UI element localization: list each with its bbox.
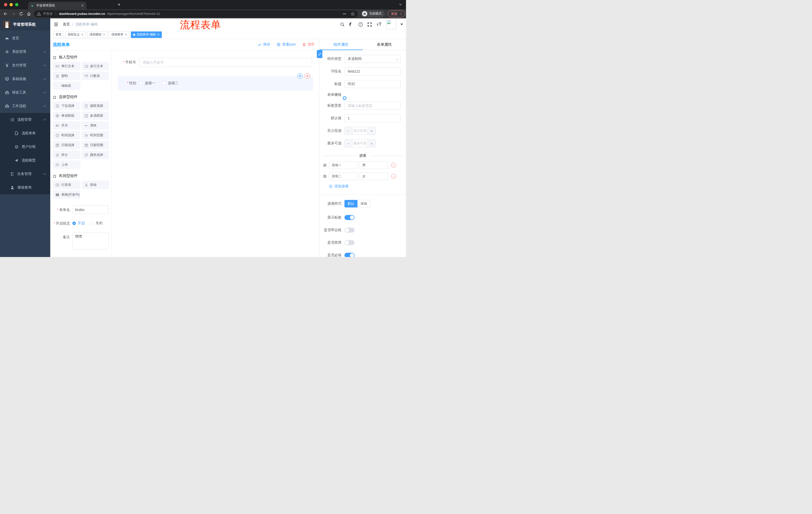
component-multi-line-text[interactable]: 多行文本 [82,62,109,71]
close-icon[interactable] [157,33,160,36]
security-label[interactable]: 不安全 [43,11,53,16]
component-date-range[interactable]: 日期范围 [82,141,109,150]
show-label-toggle[interactable] [344,215,354,220]
reload-icon[interactable] [19,11,23,16]
sidebar-item-system[interactable]: 系统管理 [0,45,50,59]
browser-tab[interactable]: 芋道管理系统 [28,2,86,9]
sidebar-item-workflow[interactable]: 工作流程 [0,99,50,113]
breadcrumb-home[interactable]: 首页 [63,22,70,27]
password-key-icon[interactable] [343,12,347,16]
avatar-caret-icon[interactable] [401,24,403,25]
component-switch[interactable]: 开关 [53,121,80,130]
decrease-button[interactable]: − [345,140,352,147]
sidebar-logo[interactable]: 芋道管理系统 [0,18,50,30]
component-date-picker[interactable]: 日期选择 [53,141,80,150]
min-select-value[interactable]: 至少应选 [352,127,368,135]
minimize-window-button[interactable] [9,3,13,6]
tab-form-props[interactable]: 表单属性 [363,39,406,50]
sidebar-item-payment[interactable]: 支付管理 [0,59,50,72]
new-tab-button[interactable] [117,2,121,6]
default-value-input[interactable] [344,114,401,122]
close-icon[interactable] [125,33,127,36]
tag-process-form-edit[interactable]: 流程表单-编辑 [131,31,162,38]
canvas-field-phone[interactable]: *手机号 [112,58,312,67]
component-table-dev[interactable]: 表格[开发中] [53,190,80,199]
sidebar-item-leave-query[interactable]: 请假查询 [0,181,50,194]
phone-input[interactable] [139,58,312,67]
sidebar-item-process-form[interactable]: 流程表单 [0,127,50,140]
component-time-picker[interactable]: 时间选择 [53,131,80,140]
add-option-button[interactable]: 添加选项 [329,184,406,189]
sidebar-fold-icon[interactable] [54,22,58,27]
sidebar-item-process-model[interactable]: 流程模型 [0,154,50,167]
component-button[interactable]: 按钮 [82,181,109,189]
remove-option-button[interactable] [391,174,396,179]
sidebar-item-infra[interactable]: 基础设施 [0,72,50,86]
address-bar[interactable]: 不安全 dashboard.yudao.iocoder.cn /bpm/mana… [34,10,358,17]
sidebar-item-home[interactable]: 首页 [0,31,50,45]
status-radio-off[interactable]: 关闭 [90,221,103,225]
copy-field-button[interactable] [297,73,303,79]
window-controls[interactable] [4,3,18,6]
gender-option-2[interactable]: 选项二 [162,81,178,85]
option-label-input[interactable] [329,172,357,180]
tag-process-form[interactable]: 流程表单 [109,31,129,38]
component-select[interactable]: 下拉选择 [53,102,80,110]
maximize-window-button[interactable] [15,3,18,6]
update-label[interactable]: 更新 [391,11,398,16]
forward-icon[interactable] [11,11,16,16]
back-icon[interactable] [3,11,8,16]
component-cascader[interactable]: 级联选择 [82,102,109,110]
increase-button[interactable]: + [368,127,375,135]
component-radio-group[interactable]: 单选框组 [53,111,80,120]
bookmark-star-icon[interactable] [351,12,355,16]
tag-home[interactable]: 首页 [53,31,64,38]
search-icon[interactable] [340,22,345,27]
gender-option-1[interactable]: 选项一 [139,81,155,85]
component-row-container[interactable]: 行容器 [53,181,80,189]
form-name-input[interactable] [72,206,109,214]
view-json-button[interactable]: 查看json [277,42,296,47]
form-remark-textarea[interactable]: 嘿嘿 [72,233,109,250]
component-slider[interactable]: 滑块 [82,121,109,130]
option-value-input[interactable] [359,161,388,169]
checkbox-unchecked-icon[interactable] [139,81,143,85]
github-icon[interactable] [349,22,354,27]
remove-option-button[interactable] [391,163,396,168]
canvas-field-gender-selected[interactable]: *性别 选项一 选项二 [118,76,313,90]
field-name-input[interactable] [344,67,401,76]
status-radio-on[interactable]: 开启 [72,221,85,225]
component-single-line-text[interactable]: 单行文本 [53,62,80,71]
url-path[interactable]: /bpm/manager/form/edit?formId=11 [107,12,160,16]
increase-button[interactable]: + [368,140,375,147]
option-label-input[interactable] [329,161,357,169]
home-icon[interactable] [27,11,31,16]
tag-process-definition[interactable]: 流程定义 [65,31,86,38]
style-button-button[interactable]: 按钮 [357,200,371,208]
disabled-toggle[interactable] [344,240,354,245]
component-counter[interactable]: 123 计数器 [82,72,109,80]
fullscreen-icon[interactable] [367,22,372,27]
sidebar-item-process-management[interactable]: 流程管理 [0,113,50,127]
font-size-icon[interactable] [376,22,382,27]
clear-button[interactable]: 清空 [302,42,315,47]
title-input[interactable] [344,80,401,88]
component-time-range[interactable]: 时间范围 [82,131,109,140]
component-type-select[interactable] [344,55,401,63]
decrease-button[interactable]: − [345,127,352,135]
tab-component-props[interactable]: 组件属性 [319,39,363,50]
help-icon[interactable]: ? [358,22,363,27]
checkbox-unchecked-icon[interactable] [162,81,166,85]
slider-handle[interactable] [343,96,346,100]
sidebar-item-user-group[interactable]: 用户分组 [0,140,50,154]
drag-handle-icon[interactable] [323,174,327,178]
border-toggle[interactable] [344,227,354,233]
option-value-input[interactable] [359,172,388,180]
panel-link-handle[interactable] [317,50,322,58]
tag-process-model[interactable]: 流程模型 [87,31,108,38]
sidebar-item-task-management[interactable]: 任务管理 [0,167,50,181]
close-icon[interactable] [81,33,83,36]
style-default-button[interactable]: 默认 [344,200,357,208]
delete-field-button[interactable] [304,73,310,79]
url-host[interactable]: dashboard.yudao.iocoder.cn [59,12,105,16]
